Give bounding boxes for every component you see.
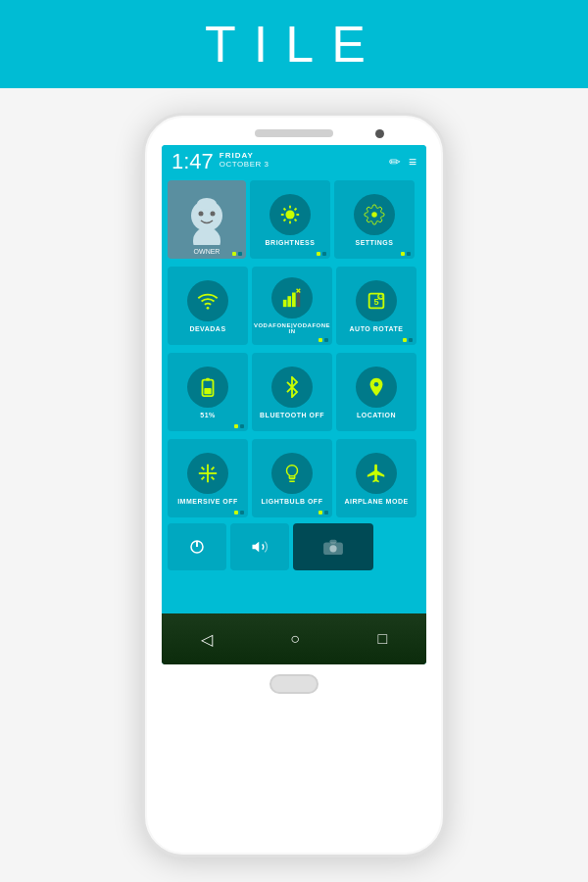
lightbulb-label: LIGHTBULB OFF (262, 498, 323, 505)
tile-row-1: OWNER (162, 176, 426, 263)
signal-tile[interactable]: VODAFONE|VODAFONE IN (252, 267, 332, 345)
svg-point-5 (285, 210, 294, 219)
settings-label: SETTINGS (355, 239, 393, 246)
lightbulb-tile[interactable]: LIGHTBULB OFF (252, 439, 332, 517)
settings-dots (401, 252, 411, 256)
svg-point-1 (193, 227, 220, 245)
lightbulb-icon (281, 463, 303, 484)
svg-point-28 (374, 381, 379, 386)
partial-row (162, 521, 426, 572)
nav-bar: ◁ ○ □ (162, 613, 426, 664)
location-tile[interactable]: LOCATION (336, 353, 416, 431)
rotate-icon-circle: 5 ↺ (356, 280, 397, 321)
bluetooth-icon (281, 376, 303, 398)
tile-row-3: 51% BLUETOOTH OFF (162, 349, 426, 435)
svg-line-31 (202, 466, 205, 469)
status-bar: 1:47 FRIDAY OCTOBER 3 ✏ ≡ (162, 145, 426, 176)
airplane-icon (366, 463, 387, 484)
day-display: FRIDAY (220, 151, 270, 160)
brightness-icon-circle (270, 194, 311, 235)
airplane-label: AIRPLANE MODE (344, 498, 408, 505)
svg-point-14 (207, 306, 210, 309)
phone-top (145, 116, 443, 145)
wifi-icon (197, 290, 219, 312)
svg-line-32 (212, 466, 215, 469)
bluetooth-icon-circle (271, 367, 313, 408)
immersive-icon (197, 463, 219, 484)
immersive-dots (234, 511, 244, 514)
time-area: 1:47 FRIDAY OCTOBER 3 (172, 151, 269, 172)
battery-tile[interactable]: 51% (168, 353, 248, 431)
immersive-tile[interactable]: IMMERSIVE OFF (168, 439, 248, 517)
airplane-icon-circle (356, 453, 397, 494)
recent-button[interactable]: □ (378, 630, 388, 648)
svg-rect-26 (206, 377, 210, 380)
avatar-icon (181, 194, 232, 245)
volume-icon (251, 538, 269, 556)
location-icon (366, 376, 387, 398)
svg-rect-16 (287, 296, 291, 307)
camera-icon (322, 538, 344, 556)
svg-rect-15 (283, 300, 287, 307)
rotate-dots (403, 338, 413, 342)
tile-row-4: IMMERSIVE OFF (162, 435, 426, 521)
physical-home-button[interactable] (270, 674, 318, 694)
phone-bottom (270, 664, 318, 708)
svg-point-4 (197, 198, 217, 210)
brightness-dots (317, 252, 326, 256)
bluetooth-tile[interactable]: BLUETOOTH OFF (252, 353, 332, 431)
time-display: 1:47 (172, 151, 214, 172)
app-title: TILE (205, 15, 383, 74)
avatar-dots (232, 252, 242, 256)
location-label: LOCATION (357, 412, 396, 418)
brightness-label: BRIGHTNESS (266, 239, 316, 246)
speaker (255, 129, 333, 137)
svg-line-34 (212, 476, 215, 479)
rotate-label: AUTO ROTATE (350, 325, 404, 332)
back-button[interactable]: ◁ (201, 630, 213, 649)
battery-dots (234, 424, 244, 428)
svg-rect-27 (204, 387, 211, 393)
svg-point-2 (199, 212, 204, 217)
bluetooth-label: BLUETOOTH OFF (260, 412, 324, 418)
home-button[interactable]: ○ (290, 630, 300, 648)
date-display: OCTOBER 3 (220, 160, 270, 169)
svg-rect-17 (292, 293, 296, 308)
airplane-tile[interactable]: AIRPLANE MODE (336, 439, 416, 517)
svg-line-11 (295, 219, 297, 220)
battery-icon-circle (187, 367, 228, 408)
power-icon (188, 538, 206, 556)
tile-grid: OWNER (162, 176, 426, 613)
camera (375, 129, 384, 138)
signal-icon (281, 287, 303, 309)
lightbulb-dots (318, 511, 328, 514)
svg-line-13 (283, 219, 285, 220)
wifi-icon-circle (187, 280, 228, 321)
svg-text:↺: ↺ (379, 294, 383, 299)
screen-header-icons: ✏ ≡ (389, 154, 416, 170)
settings-tile[interactable]: SETTINGS (334, 180, 415, 259)
date-area: FRIDAY OCTOBER 3 (220, 151, 270, 169)
signal-dots (318, 338, 328, 342)
partial-tile-2 (230, 523, 289, 570)
immersive-label: IMMERSIVE OFF (177, 498, 238, 505)
settings-icon-circle (354, 194, 395, 235)
immersive-icon-circle (187, 453, 228, 494)
svg-line-12 (295, 208, 297, 210)
pencil-icon[interactable]: ✏ (389, 154, 401, 170)
rotate-icon: 5 ↺ (366, 290, 387, 312)
avatar-tile[interactable]: OWNER (168, 180, 246, 259)
signal-icon-circle (271, 277, 313, 318)
wifi-label: DEVADAS (189, 325, 225, 332)
rotate-tile[interactable]: 5 ↺ AUTO ROTATE (336, 267, 416, 345)
brightness-icon (279, 204, 301, 225)
svg-line-33 (202, 476, 205, 479)
settings-icon (364, 204, 385, 225)
wifi-tile[interactable]: DEVADAS (168, 267, 248, 345)
svg-rect-41 (329, 540, 336, 544)
location-icon-circle (356, 367, 397, 408)
brightness-tile[interactable]: BRIGHTNESS (250, 180, 330, 259)
lightbulb-icon-circle (271, 453, 313, 494)
menu-icon[interactable]: ≡ (409, 154, 416, 170)
svg-point-40 (329, 545, 336, 552)
